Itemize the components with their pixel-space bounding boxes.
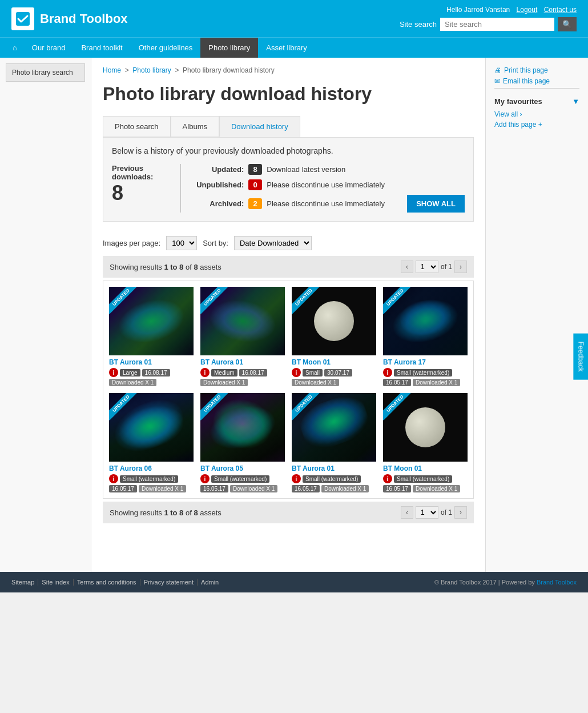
image-dl-4: 16.05.17 Downloaded X 1 [383, 379, 468, 386]
next-page-button-bottom[interactable]: › [454, 506, 467, 519]
nav-home[interactable]: ⌂ [6, 38, 24, 58]
image-title-2[interactable]: BT Aurora 01 [200, 358, 285, 366]
image-meta-2: i Medium 16.08.17 [200, 368, 285, 377]
contact-link[interactable]: Contact us [544, 6, 577, 14]
breadcrumb-current: Photo library download history [183, 66, 275, 74]
image-title-3[interactable]: BT Moon 01 [292, 358, 376, 366]
info-icon-7[interactable]: i [292, 474, 301, 483]
results-bar-bottom: Showing results 1 to 8 of 8 assets ‹ 1 o… [103, 502, 474, 523]
image-meta-3: i Small 30.07.17 [292, 368, 376, 377]
image-meta-7: i Small (watermarked) [292, 474, 376, 483]
nav-our-brand[interactable]: Our brand [24, 38, 74, 58]
unpublished-row: Unpublished: 0 Please discontinue use im… [192, 179, 465, 190]
breadcrumb-library[interactable]: Photo library [132, 66, 171, 74]
image-dl-7: 16.05.17 Downloaded X 1 [292, 485, 376, 492]
tab-albums[interactable]: Albums [171, 116, 219, 137]
nav-other-guidelines[interactable]: Other guidelines [131, 38, 201, 58]
info-icon-3[interactable]: i [292, 368, 301, 377]
updated-ribbon-6: UPDATED [200, 393, 235, 427]
image-card-3: UPDATED BT Moon 01 i Small 30.07.17 Down… [289, 284, 379, 389]
logo-text: Brand Toolbox [40, 11, 128, 26]
view-all-link[interactable]: View all › [494, 110, 579, 118]
info-icon-6[interactable]: i [200, 474, 210, 483]
image-dl-5: 16.05.17 Downloaded X 1 [109, 485, 194, 492]
info-icon-8[interactable]: i [383, 474, 392, 483]
header-user: Hello Jarrod Vanstan Logout Contact us [446, 6, 577, 14]
image-grid: UPDATED BT Aurora 01 i Large 16.08.17 Do… [103, 281, 474, 499]
image-card-8: UPDATED BT Moon 01 i Small (watermarked)… [380, 390, 470, 495]
prev-page-button-bottom[interactable]: ‹ [401, 506, 413, 519]
info-icon-4[interactable]: i [383, 368, 392, 377]
image-card-5: UPDATED BT Aurora 06 i Small (watermarke… [106, 390, 196, 495]
info-icon-5[interactable]: i [109, 474, 118, 483]
print-link[interactable]: 🖨 Print this page [494, 66, 579, 74]
tab-download-history[interactable]: Download history [219, 116, 300, 137]
footer-privacy: Privacy statement [140, 579, 198, 586]
email-label: Email this page [503, 77, 550, 85]
tab-photo-search[interactable]: Photo search [103, 116, 171, 137]
images-per-page-select[interactable]: 100 50 25 [166, 236, 197, 250]
page-of: of 1 [441, 263, 452, 271]
tabs: Photo search Albums Download history [103, 116, 474, 137]
dl-tag-1: Downloaded X 1 [109, 379, 156, 386]
search-input[interactable] [440, 18, 554, 31]
image-title-8[interactable]: BT Moon 01 [383, 464, 468, 472]
updated-row: Updated: 8 Download latest version [192, 164, 465, 175]
info-icon-2[interactable]: i [200, 368, 210, 377]
image-title-6[interactable]: BT Aurora 05 [200, 464, 285, 472]
date-tag-2: 16.08.17 [239, 369, 267, 376]
email-link[interactable]: ✉ Email this page [494, 77, 579, 85]
updated-badge: 8 [248, 164, 262, 175]
show-all-button[interactable]: SHOW ALL [407, 195, 465, 213]
sort-by-select[interactable]: Date Downloaded Name Date Added [234, 236, 312, 250]
content-area: Home > Photo library > Photo library dow… [91, 58, 485, 572]
feedback-tab[interactable]: Feedback [574, 334, 588, 380]
image-card-4: UPDATED BT Aurora 17 i Small (watermarke… [380, 284, 470, 389]
image-title-1[interactable]: BT Aurora 01 [109, 358, 194, 366]
dl-tag-8: Downloaded X 1 [413, 485, 460, 492]
results-bar-top: Showing results 1 to 8 of 8 assets ‹ 1 o… [103, 256, 474, 278]
size-tag-4: Small (watermarked) [394, 369, 452, 376]
user-greeting: Hello Jarrod Vanstan [446, 6, 510, 14]
image-title-4[interactable]: BT Aurora 17 [383, 358, 468, 366]
logo-area: Brand Toolbox [11, 7, 128, 30]
logout-link[interactable]: Logout [517, 6, 538, 14]
updated-ribbon-8: UPDATED [383, 393, 417, 427]
dl-tag-2: Downloaded X 1 [200, 379, 248, 386]
size-tag-5: Small (watermarked) [120, 475, 178, 483]
next-page-button[interactable]: › [454, 261, 467, 273]
divider [494, 88, 579, 89]
prev-page-button[interactable]: ‹ [401, 261, 413, 273]
nav-photo-library[interactable]: Photo library [200, 38, 258, 58]
photo-library-search-button[interactable]: Photo library search [6, 63, 85, 82]
image-card-2: UPDATED BT Aurora 01 i Medium 16.08.17 D… [198, 284, 288, 389]
dl-tag-7: Downloaded X 1 [321, 485, 369, 492]
header-top: Brand Toolbox Hello Jarrod Vanstan Logou… [0, 0, 588, 37]
favourites-header: My favourites ▼ [494, 97, 579, 106]
image-title-7[interactable]: BT Aurora 01 [292, 464, 376, 472]
image-dl-1: Downloaded X 1 [109, 379, 194, 386]
dl-tag-3: Downloaded X 1 [292, 379, 339, 386]
info-icon-1[interactable]: i [109, 368, 118, 377]
add-page-link[interactable]: Add this page + [494, 121, 579, 129]
footer-brand-link[interactable]: Brand Toolbox [537, 579, 577, 586]
search-label: Site search [400, 20, 437, 29]
image-dl-2: Downloaded X 1 [200, 379, 285, 386]
results-text: Showing results 1 to 8 of 8 assets [110, 263, 221, 271]
updated-label: Updated: [192, 165, 244, 174]
pagination-bottom: ‹ 1 of 1 › [401, 506, 467, 519]
favourites-label: My favourites [494, 97, 542, 106]
right-sidebar: 🖨 Print this page ✉ Email this page My f… [485, 58, 588, 572]
page-select[interactable]: 1 [416, 261, 438, 273]
unpublished-text: Please discontinue use immediately [267, 181, 385, 189]
breadcrumb-home[interactable]: Home [103, 66, 121, 74]
image-title-5[interactable]: BT Aurora 06 [109, 464, 194, 472]
nav-brand-toolkit[interactable]: Brand toolkit [73, 38, 130, 58]
search-button[interactable]: 🔍 [558, 17, 577, 31]
updated-ribbon-1: UPDATED [109, 287, 143, 321]
history-description: Below is a history of your previously do… [112, 146, 465, 155]
nav-asset-library[interactable]: Asset library [258, 38, 315, 58]
image-dl-6: 16.05.17 Downloaded X 1 [200, 485, 285, 492]
page-select-bottom[interactable]: 1 [416, 506, 438, 519]
unpublished-label: Unpublished: [192, 181, 244, 189]
